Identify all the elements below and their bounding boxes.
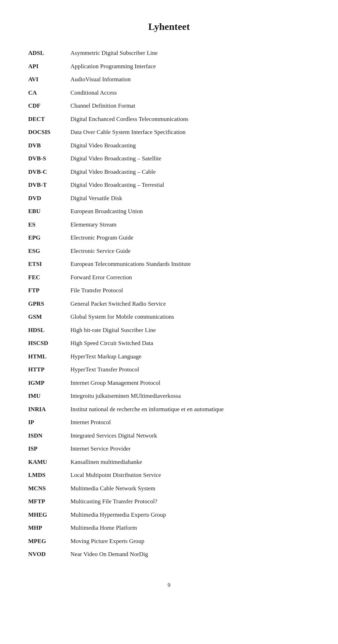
table-row: IGMPInternet Group Management Protocol [28,376,310,390]
abbreviation-definition: Local Multipoint Distribution Service [70,468,310,482]
table-row: ESElementary Stream [28,218,310,231]
table-row: HSCSDHigh Speed Circuit Switched Data [28,337,310,350]
abbreviation-term: HDSL [28,324,70,337]
abbreviation-term: ISDN [28,429,70,442]
page-number: 9 [28,582,310,588]
abbreviation-term: FEC [28,271,70,284]
abbreviation-term: HSCSD [28,337,70,350]
abbreviation-definition: Multimedia Cable Network System [70,482,310,495]
abbreviation-definition: Electronic Service Guide [70,244,310,258]
abbreviation-term: IP [28,416,70,429]
abbreviation-definition: Integroitu julkaiseminen MUltimediaverko… [70,389,310,403]
abbreviation-term: IMU [28,389,70,403]
abbreviation-definition: Institut national de recherche en inform… [70,403,310,416]
abbreviation-term: HTTP [28,363,70,376]
abbreviation-definition: Application Programming Interface [70,60,310,73]
table-row: GSMGlobal System for Mobile communicatio… [28,310,310,324]
table-row: DVB-TDigital Video Broadcasting – Terres… [28,178,310,192]
abbreviation-term: ISP [28,442,70,455]
abbreviation-definition: HyperText Markup Language [70,350,310,363]
table-row: IMUIntegroitu julkaiseminen MUltimediave… [28,389,310,403]
table-row: HDSLHigh bit-rate Digital Suscriber Line [28,324,310,337]
abbreviation-term: API [28,60,70,73]
table-row: CDFChannel Definition Format [28,99,310,113]
abbreviation-definition: Electronic Program Guide [70,231,310,244]
table-row: MHEGMultimedia Hypermedia Experts Group [28,508,310,522]
abbreviation-term: IGMP [28,376,70,390]
abbreviation-definition: Internet Protocol [70,416,310,429]
table-row: ISPInternet Service Provider [28,442,310,455]
abbreviation-term: DECT [28,113,70,126]
table-row: AVIAudioVisual Information [28,73,310,86]
table-row: MCNSMultimedia Cable Network System [28,482,310,495]
abbreviation-term: EBU [28,205,70,218]
abbreviation-definition: Digital Enchanced Cordless Telecommunica… [70,113,310,126]
abbreviation-term: ETSI [28,257,70,271]
table-row: DVBDigital Video Broadcasting [28,139,310,152]
abbreviation-definition: Multimedia Home Platform [70,521,310,535]
abbreviation-definition: File Transfer Protocol [70,284,310,297]
abbreviation-term: AVI [28,73,70,86]
abbreviation-term: INRIA [28,403,70,416]
table-row: FECForward Error Correction [28,271,310,284]
abbreviation-term: ESG [28,244,70,258]
abbreviation-definition: Internet Group Management Protocol [70,376,310,390]
page-title: Lyhenteet [28,21,310,32]
table-row: ADSLAsymmetric Digital Subscriber Line [28,46,310,60]
abbreviation-definition: Kansallinen multimediahanke [70,455,310,469]
abbreviation-definition: HyperText Transfer Protocol [70,363,310,376]
abbreviation-term: EPG [28,231,70,244]
abbreviation-term: DVD [28,192,70,205]
abbreviation-definition: Data Over Cable System Interface Specifi… [70,126,310,139]
abbreviation-definition: Multimedia Hypermedia Experts Group [70,508,310,522]
abbreviation-definition: Moving Picture Experts Group [70,535,310,548]
abbreviation-definition: Internet Service Provider [70,442,310,455]
table-row: HTMLHyperText Markup Language [28,350,310,363]
abbreviation-definition: European Broadcasting Union [70,205,310,218]
table-row: EBUEuropean Broadcasting Union [28,205,310,218]
abbreviation-definition: AudioVisual Information [70,73,310,86]
abbreviation-term: MFTP [28,495,70,508]
abbreviations-table: ADSLAsymmetric Digital Subscriber LineAP… [28,46,310,561]
abbreviation-definition: General Packet Switched Radio Service [70,297,310,311]
abbreviation-definition: Elementary Stream [70,218,310,231]
abbreviation-term: DVB-C [28,165,70,179]
abbreviation-definition: Digital Video Broadcasting – Cable [70,165,310,179]
table-row: ISDNIntegrated Services Digital Network [28,429,310,442]
table-row: GPRSGeneral Packet Switched Radio Servic… [28,297,310,311]
abbreviation-term: LMDS [28,468,70,482]
abbreviation-term: ES [28,218,70,231]
abbreviation-term: DVB-T [28,178,70,192]
abbreviation-term: DOCSIS [28,126,70,139]
abbreviation-term: DVB [28,139,70,152]
abbreviation-term: MPEG [28,535,70,548]
abbreviation-term: ADSL [28,46,70,60]
abbreviation-definition: Near Video On Demand NorDig [70,548,310,561]
table-row: EPGElectronic Program Guide [28,231,310,244]
abbreviation-term: KAMU [28,455,70,469]
abbreviation-term: NVOD [28,548,70,561]
abbreviation-definition: Digital Versatile Disk [70,192,310,205]
table-row: CAConditional Access [28,86,310,100]
abbreviation-term: FTP [28,284,70,297]
abbreviation-definition: Digital Video Broadcasting – Terrestial [70,178,310,192]
abbreviation-definition: European Telecommunications Standards In… [70,257,310,271]
abbreviation-definition: Digital Video Broadcasting [70,139,310,152]
table-row: KAMUKansallinen multimediahanke [28,455,310,469]
abbreviation-definition: Channel Definition Format [70,99,310,113]
abbreviation-term: DVB-S [28,152,70,165]
table-row: ETSIEuropean Telecommunications Standard… [28,257,310,271]
abbreviation-definition: High Speed Circuit Switched Data [70,337,310,350]
abbreviation-definition: Multicasting File Transfer Protocol? [70,495,310,508]
abbreviation-definition: High bit-rate Digital Suscriber Line [70,324,310,337]
table-row: APIApplication Programming Interface [28,60,310,73]
table-row: ESGElectronic Service Guide [28,244,310,258]
table-row: MHPMultimedia Home Platform [28,521,310,535]
table-row: INRIAInstitut national de recherche en i… [28,403,310,416]
table-row: NVODNear Video On Demand NorDig [28,548,310,561]
table-row: IPInternet Protocol [28,416,310,429]
table-row: HTTPHyperText Transfer Protocol [28,363,310,376]
table-row: MFTPMulticasting File Transfer Protocol? [28,495,310,508]
abbreviation-definition: Asymmetric Digital Subscriber Line [70,46,310,60]
abbreviation-term: CDF [28,99,70,113]
